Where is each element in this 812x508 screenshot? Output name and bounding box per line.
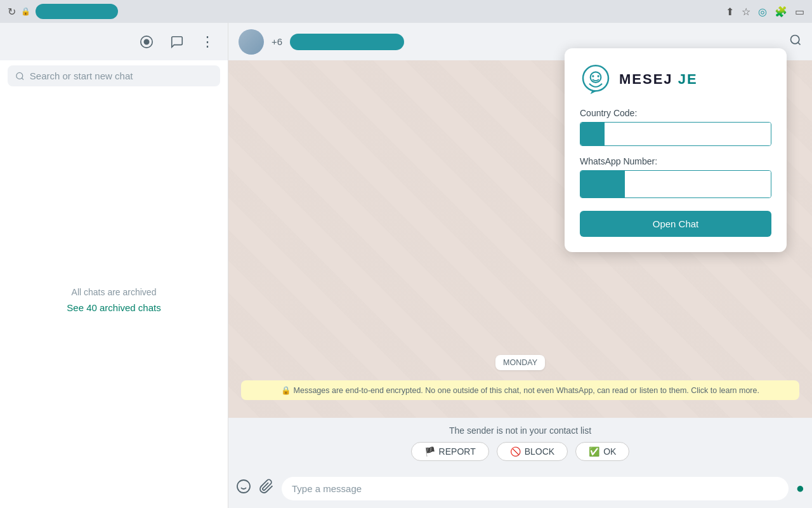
app-container: ⋮ All chats are archived See 40 archived… [0, 23, 812, 508]
contact-notice-text: The sender is not in your contact list [449, 425, 591, 436]
see-archived-link[interactable]: See 40 archived chats [67, 302, 160, 313]
whatsapp-number-field: WhatsApp Number: [580, 156, 771, 198]
search-input-wrapper [8, 65, 220, 86]
country-code-field: Country Code: [580, 108, 771, 146]
status-icon[interactable] [136, 32, 157, 52]
contact-notice-area: The sender is not in your contact list 🏴… [228, 418, 812, 469]
svg-point-4 [791, 36, 799, 44]
svg-point-6 [237, 480, 250, 493]
attach-icon[interactable] [259, 479, 274, 498]
report-icon: 🏴 [424, 446, 435, 457]
country-pill [580, 123, 605, 145]
search-input[interactable] [30, 70, 213, 81]
browser-actions: ⬆ ☆ ◎ 🧩 ▭ [726, 6, 804, 18]
extension-popup: MESEJ JE Country Code: WhatsApp Number: … [565, 48, 787, 252]
svg-point-12 [598, 75, 599, 77]
chat-list: All chats are archived See 40 archived c… [0, 91, 228, 508]
phone-number-input[interactable] [625, 171, 771, 197]
svg-line-3 [22, 77, 23, 79]
browser-chrome: ↻ 🔒 ⬆ ☆ ◎ 🧩 ▭ [0, 0, 812, 23]
more-options-icon[interactable]: ⋮ [197, 32, 218, 52]
bookmark-icon[interactable]: ☆ [742, 6, 750, 18]
url-bar[interactable] [36, 4, 118, 19]
day-label: MONDAY [241, 355, 799, 370]
search-chat-icon[interactable] [789, 34, 802, 50]
contact-name-pill [290, 34, 404, 50]
share-icon[interactable]: ⬆ [726, 6, 734, 18]
phone-number-wrapper [580, 170, 771, 198]
block-button[interactable]: 🚫 BLOCK [497, 442, 568, 461]
contact-actions: 🏴 REPORT 🚫 BLOCK ✅ OK [411, 442, 630, 461]
encryption-notice[interactable]: 🔒 Messages are end-to-end encrypted. No … [241, 380, 799, 400]
reload-button[interactable]: ↻ [8, 6, 16, 18]
ok-button[interactable]: ✅ OK [575, 442, 629, 461]
svg-line-5 [798, 43, 801, 45]
country-code-label: Country Code: [580, 108, 771, 118]
emoji-icon[interactable] [236, 479, 251, 498]
popup-header: MESEJ JE [580, 64, 771, 95]
sidebar: ⋮ All chats are archived See 40 archived… [0, 23, 228, 508]
country-code-input-wrapper [580, 122, 771, 146]
block-icon: 🚫 [510, 446, 521, 457]
new-chat-icon[interactable] [167, 32, 187, 52]
search-icon [15, 71, 25, 81]
open-chat-button[interactable]: Open Chat [580, 211, 771, 237]
search-container [0, 60, 228, 91]
phone-prefix-label: +6 [272, 36, 282, 47]
ok-icon: ✅ [589, 446, 599, 457]
day-badge: MONDAY [495, 355, 545, 370]
svg-point-1 [144, 39, 148, 44]
archived-label: All chats are archived [72, 287, 157, 297]
extensions-icon[interactable]: 🧩 [775, 6, 787, 18]
phone-prefix-pill [580, 171, 625, 197]
report-button[interactable]: 🏴 REPORT [411, 442, 489, 461]
message-input[interactable] [282, 477, 789, 500]
lock-icon: 🔒 [21, 7, 30, 16]
svg-point-11 [592, 75, 594, 77]
contact-avatar[interactable] [239, 29, 264, 55]
sidebar-header: ⋮ [0, 23, 228, 60]
whatsapp-number-label: WhatsApp Number: [580, 156, 771, 166]
country-code-input[interactable] [605, 122, 771, 146]
chat-input-bar: ● [228, 469, 812, 508]
sidebar-toggle-icon[interactable]: ▭ [795, 6, 804, 18]
mic-icon[interactable]: ● [796, 480, 804, 497]
extension-active-icon[interactable]: ◎ [758, 6, 767, 18]
popup-title: MESEJ JE [619, 71, 698, 88]
popup-logo-icon [580, 64, 612, 95]
svg-point-2 [16, 72, 23, 79]
